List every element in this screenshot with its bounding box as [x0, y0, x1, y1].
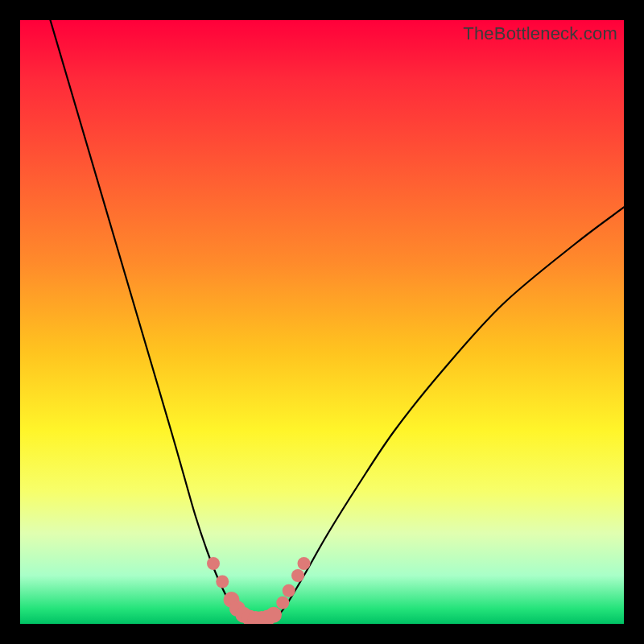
curve-left — [51, 20, 244, 621]
curve-right — [274, 208, 624, 621]
marker-dot — [207, 557, 220, 570]
plot-area: TheBottleneck.com — [20, 20, 624, 624]
chart-overlay — [20, 20, 624, 624]
marker-group — [207, 557, 311, 624]
marker-dot — [291, 569, 304, 582]
marker-dot — [276, 597, 289, 609]
marker-dot — [216, 576, 229, 588]
marker-dot — [298, 557, 311, 570]
marker-dot — [266, 607, 282, 623]
marker-dot — [283, 584, 295, 597]
outer-frame: TheBottleneck.com — [0, 0, 644, 644]
